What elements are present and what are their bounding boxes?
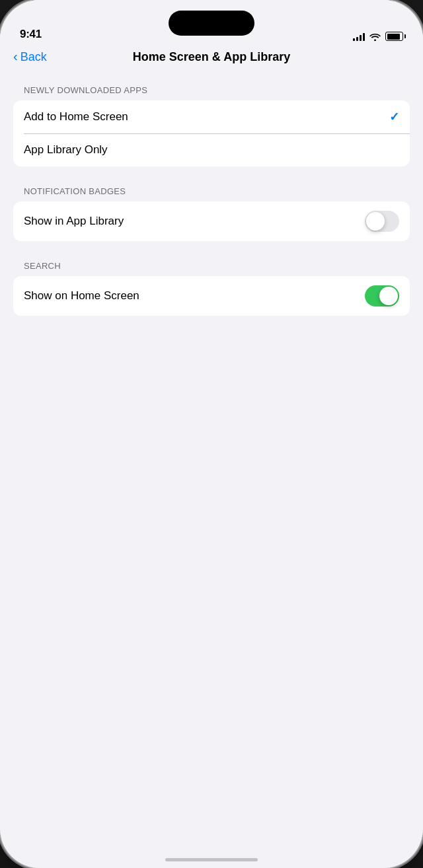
signal-bar-2 [356,37,358,41]
battery-icon [385,32,403,41]
toggle-show-in-app-library[interactable] [365,211,399,232]
section-header-notification-badges: NOTIFICATION BADGES [13,186,410,196]
settings-group-notification-badges: Show in App Library [13,201,410,241]
row-label-app-library-only: App Library Only [24,143,108,157]
home-indicator [165,858,258,861]
back-chevron-icon: ‹ [13,49,18,64]
row-show-on-home-screen[interactable]: Show on Home Screen [13,276,410,316]
toggle-thumb-home-screen [379,287,398,305]
back-button[interactable]: ‹ Back [13,50,66,64]
row-app-library-only[interactable]: App Library Only [13,133,410,166]
section-notification-badges: NOTIFICATION BADGES Show in App Library [13,186,410,241]
row-label-add-to-home-screen: Add to Home Screen [24,110,128,124]
toggle-thumb-app-library [366,212,385,231]
phone-frame: 9:41 [0,0,423,868]
section-header-newly-downloaded: NEWLY DOWNLOADED APPS [13,85,410,95]
row-show-in-app-library[interactable]: Show in App Library [13,201,410,241]
settings-group-search: Show on Home Screen [13,276,410,316]
status-time: 9:41 [20,28,42,41]
settings-group-newly-downloaded: Add to Home Screen ✓ App Library Only [13,100,410,166]
signal-icon [353,32,365,41]
signal-bar-3 [360,35,362,41]
section-newly-downloaded: NEWLY DOWNLOADED APPS Add to Home Screen… [13,85,410,166]
section-search: SEARCH Show on Home Screen [13,261,410,316]
scroll-area: NEWLY DOWNLOADED APPS Add to Home Screen… [0,72,423,362]
row-label-show-in-app-library: Show in App Library [24,215,124,228]
row-add-to-home-screen[interactable]: Add to Home Screen ✓ [13,100,410,133]
status-icons [353,32,403,41]
nav-title: Home Screen & App Library [66,50,357,64]
screen-content: 9:41 [0,0,423,868]
section-header-search: SEARCH [13,261,410,271]
signal-bar-4 [363,33,365,41]
signal-bar-1 [353,38,355,41]
toggle-show-on-home-screen[interactable] [365,285,399,307]
battery-fill [387,34,401,40]
checkmark-add-to-home-screen: ✓ [389,110,399,124]
wifi-icon [369,32,381,41]
back-label: Back [20,50,47,64]
row-label-show-on-home-screen: Show on Home Screen [24,289,139,303]
dynamic-island [169,11,254,36]
